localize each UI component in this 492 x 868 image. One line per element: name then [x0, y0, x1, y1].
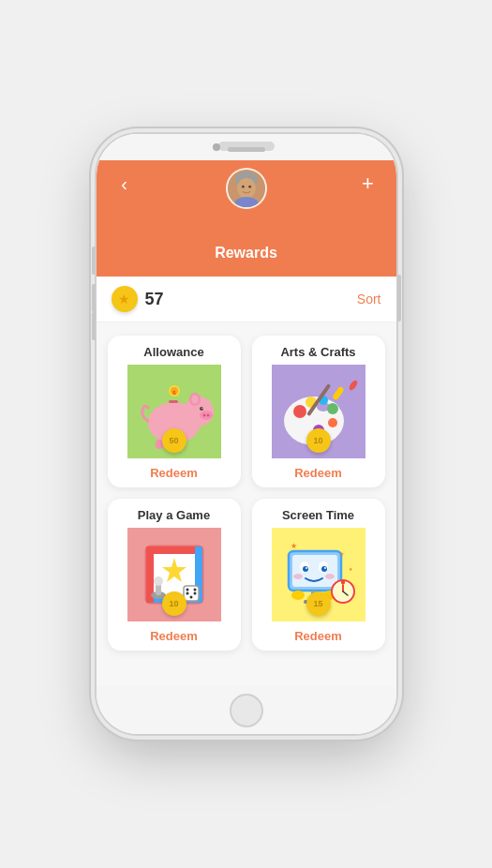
- camera: [213, 143, 220, 151]
- svg-point-66: [291, 591, 305, 600]
- svg-rect-16: [169, 400, 178, 403]
- sort-button[interactable]: Sort: [357, 292, 381, 307]
- speaker: [228, 147, 265, 152]
- reward-title-screen: Screen Time: [275, 499, 362, 528]
- svg-point-3: [242, 186, 245, 188]
- reward-title-arts: Arts & Crafts: [273, 336, 363, 365]
- svg-rect-72: [341, 580, 345, 584]
- redeem-button-screen[interactable]: Redeem: [287, 621, 350, 651]
- back-button[interactable]: ‹: [112, 173, 138, 195]
- page-title: Rewards: [215, 245, 277, 262]
- svg-point-52: [189, 596, 192, 599]
- star-coin-icon: [112, 286, 138, 312]
- points-bar: 57 Sort: [97, 277, 396, 322]
- reward-image-screen: ★ ★ ★ 15: [252, 528, 385, 621]
- phone-inner: ‹ +: [97, 134, 396, 734]
- screen: ‹ +: [97, 160, 396, 687]
- header: ‹ +: [97, 160, 396, 277]
- svg-point-63: [325, 574, 335, 579]
- rewards-grid: Allowance: [97, 322, 396, 664]
- reward-image-arts: 10: [252, 365, 385, 458]
- coin-badge-allowance: 50: [162, 428, 186, 453]
- svg-point-60: [306, 567, 307, 569]
- reward-card-screen: Screen Time: [252, 499, 385, 651]
- coin-badge-screen: 15: [306, 591, 331, 616]
- phone-top-bar: [97, 134, 396, 160]
- svg-point-31: [328, 418, 337, 427]
- svg-point-2: [237, 178, 256, 199]
- phone-frame: ‹ +: [97, 134, 396, 734]
- svg-point-4: [248, 186, 251, 188]
- svg-point-51: [193, 592, 196, 595]
- reward-title-allowance: Allowance: [136, 336, 211, 365]
- coin-badge-game: 10: [162, 591, 186, 616]
- points-left: 57: [112, 286, 164, 312]
- svg-text:★: ★: [291, 542, 297, 550]
- svg-point-59: [321, 566, 327, 572]
- svg-text:★: ★: [339, 551, 344, 557]
- reward-image-game: 10: [108, 528, 241, 621]
- svg-point-10: [191, 396, 198, 404]
- redeem-button-game[interactable]: Redeem: [142, 621, 205, 651]
- phone-bottom-bar: [97, 687, 396, 734]
- avatar: [226, 168, 267, 209]
- reward-card-allowance: Allowance: [108, 336, 241, 487]
- redeem-button-allowance[interactable]: Redeem: [142, 458, 205, 487]
- reward-card-arts: Arts & Crafts: [252, 336, 385, 487]
- redeem-button-arts[interactable]: Redeem: [287, 458, 350, 487]
- svg-point-58: [303, 566, 308, 572]
- add-button[interactable]: +: [355, 172, 381, 196]
- svg-point-46: [154, 576, 163, 586]
- svg-point-27: [293, 405, 306, 418]
- svg-point-30: [327, 403, 338, 414]
- reward-title-game: Play a Game: [130, 499, 217, 528]
- svg-rect-47: [184, 586, 199, 601]
- svg-point-48: [186, 589, 188, 591]
- points-count: 57: [145, 290, 164, 309]
- svg-point-49: [193, 589, 196, 591]
- svg-point-62: [293, 574, 303, 579]
- svg-point-13: [206, 414, 209, 417]
- svg-point-15: [201, 408, 202, 409]
- svg-point-14: [200, 407, 203, 411]
- svg-point-61: [324, 567, 326, 569]
- home-button[interactable]: [230, 694, 263, 727]
- reward-image-allowance: $ 50: [108, 365, 241, 458]
- svg-point-50: [186, 592, 188, 595]
- svg-rect-39: [146, 546, 202, 554]
- svg-point-12: [202, 414, 205, 417]
- coin-badge-arts: 10: [306, 428, 331, 453]
- svg-point-11: [200, 411, 213, 420]
- reward-card-game: Play a Game: [108, 499, 241, 651]
